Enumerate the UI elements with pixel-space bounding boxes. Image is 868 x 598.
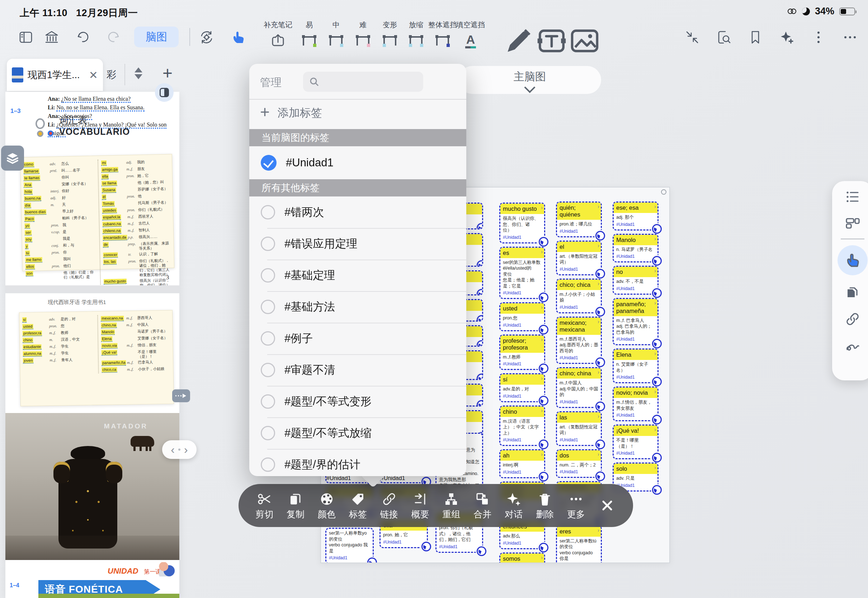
flashcard[interactable]: mexicano; mexicana›m.,f.墨西哥人adj.墨西哥人的；墨西… xyxy=(556,317,602,364)
flashcard[interactable]: somos›ser第一人称复数nosotros/nosotras的变位verbo… xyxy=(499,552,545,564)
flashcard[interactable]: chino; china›m.,f.中国人adj.中国人的；中国的#Unidad… xyxy=(556,367,602,408)
checkbox-empty-icon[interactable] xyxy=(261,205,275,220)
checkbox-checked-icon[interactable] xyxy=(261,155,277,170)
review-badge-icon[interactable] xyxy=(539,472,548,481)
action-对话[interactable]: 对话 xyxy=(504,491,524,520)
mindmap-mode-button[interactable]: 脑图 xyxy=(134,27,179,47)
review-badge-icon[interactable] xyxy=(477,260,483,267)
flashcard[interactable]: las›art.（复数阴性定冠词）#Unidad1 xyxy=(556,411,602,446)
action-close[interactable] xyxy=(597,498,617,513)
hand-pointer-icon[interactable] xyxy=(838,245,868,275)
checkbox-empty-icon[interactable] xyxy=(261,395,275,409)
flashcard[interactable]: Elena›n. 艾蕾娜（女子名）#Unidad1 xyxy=(613,348,658,383)
pdf-panel[interactable]: Ana: ¿No se llama Elena esa chica?Li: No… xyxy=(5,92,180,598)
flashcard[interactable]: profesor; profesora›m.,f.教师#Unidad1 xyxy=(499,335,545,370)
pen-icon[interactable] xyxy=(501,20,536,49)
undo-icon[interactable] xyxy=(75,29,92,46)
review-badge-icon[interactable] xyxy=(477,546,486,556)
ai-sparkle-icon[interactable] xyxy=(778,29,796,46)
review-badge-icon[interactable] xyxy=(539,440,548,449)
sync-settings-icon[interactable] xyxy=(198,29,215,46)
flashcard[interactable]: ese; esa›adj. 那个#Unidad1 xyxy=(613,202,658,230)
flashcard[interactable]: el›art.（单数阳性定冠词）#Unidad1 xyxy=(556,241,602,275)
sort-tabs-button[interactable] xyxy=(135,67,147,82)
flashcard[interactable]: mucho gusto›很高兴（认识你、您、你们、诸位）#Unidad1 xyxy=(499,203,545,244)
action-复制[interactable]: 复制 xyxy=(286,491,305,520)
collapse-arrows-icon[interactable] xyxy=(684,29,701,46)
checkbox-empty-icon[interactable] xyxy=(261,426,275,440)
textbox-icon[interactable] xyxy=(534,20,569,49)
review-badge-icon[interactable] xyxy=(652,377,662,386)
review-badge-icon[interactable] xyxy=(652,256,662,266)
document-search-icon[interactable] xyxy=(715,29,732,46)
review-badge-icon[interactable] xyxy=(422,542,431,552)
tab-second-document[interactable]: 彩 xyxy=(106,68,116,81)
review-badge-icon[interactable] xyxy=(477,374,483,380)
add-tag-button[interactable]: + 添加标签 xyxy=(249,100,466,126)
flashcard[interactable]: sí›adv.是的，对#Unidad1 xyxy=(499,373,545,402)
audio-clip-label[interactable]: 1–3 xyxy=(10,108,21,115)
vocab-page-1[interactable]: cómoadv.怎么llamarseprnl.叫……名字te llamas你叫A… xyxy=(20,154,175,271)
add-tab-button[interactable]: + xyxy=(163,63,172,83)
matador-photo[interactable]: MATADOR xyxy=(5,413,180,560)
flashcard[interactable]: quién; quiénes›pron.谁；哪几位#Unidad1 xyxy=(556,202,602,237)
review-badge-icon[interactable] xyxy=(539,237,548,247)
checkbox-empty-icon[interactable] xyxy=(261,237,275,251)
review-badge-icon[interactable] xyxy=(652,415,662,425)
flashcard[interactable]: dos›num. 二，两个；2#Unidad1 xyxy=(556,449,602,478)
review-badge-icon[interactable] xyxy=(596,471,605,481)
review-badge-icon[interactable] xyxy=(596,440,605,449)
map-title-pill[interactable]: 主脑图 xyxy=(458,66,601,94)
checkbox-empty-icon[interactable] xyxy=(261,363,275,377)
bookmark-icon[interactable] xyxy=(747,29,764,46)
tag-row[interactable]: #题型/不等式变形 xyxy=(249,386,466,417)
review-badge-icon[interactable] xyxy=(652,339,662,348)
tag-row[interactable]: #基础定理 xyxy=(249,260,466,291)
checkbox-empty-icon[interactable] xyxy=(261,457,275,472)
review-badge-icon[interactable] xyxy=(539,543,548,552)
action-概要[interactable]: 概要 xyxy=(410,491,430,520)
flashcard[interactable]: eres›ser第二人称单数tú的变位verbo conjugado 你是#Un… xyxy=(556,525,602,564)
review-badge-icon[interactable] xyxy=(539,396,548,405)
action-重组[interactable]: 重组 xyxy=(441,491,461,520)
action-更多[interactable]: 更多 xyxy=(566,491,586,520)
tag-row[interactable]: #题型/不等式放缩 xyxy=(249,417,466,449)
tag-row[interactable]: #错误应用定理 xyxy=(249,228,466,260)
nav-prev-icon[interactable]: ‹ xyxy=(171,444,175,455)
board-zoom-icon[interactable] xyxy=(661,189,666,195)
review-badge-icon[interactable] xyxy=(367,558,377,563)
library-icon[interactable] xyxy=(43,29,60,46)
action-链接[interactable]: 链接 xyxy=(379,491,399,520)
flashcard[interactable]: chino›m.汉语（语言上）；中文（文字上）#Unidad1 xyxy=(499,405,545,446)
page-nav-pill[interactable]: ‹ › xyxy=(162,440,196,459)
checkbox-empty-icon[interactable] xyxy=(261,268,275,283)
flashcard[interactable]: chico; chica›m.,f.小伙子；小姑娘#Unidad1 xyxy=(556,278,602,313)
flashcard[interactable]: es›ser的第三人称单数él/ella/usted的变位您是；他是；她是；它是… xyxy=(499,247,545,299)
review-badge-icon[interactable] xyxy=(539,325,548,335)
redo-icon[interactable] xyxy=(105,29,122,46)
flashcard[interactable]: ser第一人称单数yo的变位verbo conjugado 我是#Unidad1 xyxy=(325,528,374,563)
image-icon[interactable] xyxy=(567,20,602,49)
ellipsis-menu-icon[interactable] xyxy=(841,29,859,46)
sidebar-drag-handle[interactable] xyxy=(172,389,190,402)
pages-icon[interactable] xyxy=(843,283,862,302)
flashcard[interactable]: Manolo›n. 马诺罗（男子名#Unidad1 xyxy=(613,234,658,263)
review-badge-icon[interactable] xyxy=(596,307,605,317)
flashcard[interactable]: ah›interj.啊#Unidad1 xyxy=(499,449,545,478)
tool-填空遮挡[interactable]: 填空遮挡A xyxy=(449,20,492,49)
close-tab-icon[interactable]: ✕ xyxy=(89,69,98,81)
tag-row[interactable]: #审题不清 xyxy=(249,354,466,386)
review-badge-icon[interactable] xyxy=(652,288,662,298)
card-layout-icon[interactable] xyxy=(843,214,862,233)
kebab-menu-icon[interactable] xyxy=(810,29,827,46)
audio-clip-label[interactable]: 1–4 xyxy=(10,582,19,589)
review-badge-icon[interactable] xyxy=(596,231,605,241)
review-badge-icon[interactable] xyxy=(477,289,483,295)
tool-补充笔记[interactable]: 补充笔记 xyxy=(261,20,295,49)
tag-row[interactable]: #错两次 xyxy=(249,196,466,228)
vocab-page-2[interactable]: síadv.是的，对ustedpron.您profesor,ram.,f.教师c… xyxy=(19,310,174,407)
split-view-button[interactable] xyxy=(155,83,174,102)
flashcard[interactable]: novio; novia›m.,f.情侣，朋友，男女朋友#Unidad1 xyxy=(613,386,658,421)
tab-current-document[interactable]: 现西1学生... ✕ xyxy=(7,59,103,91)
action-剪切[interactable]: 剪切 xyxy=(254,491,274,520)
